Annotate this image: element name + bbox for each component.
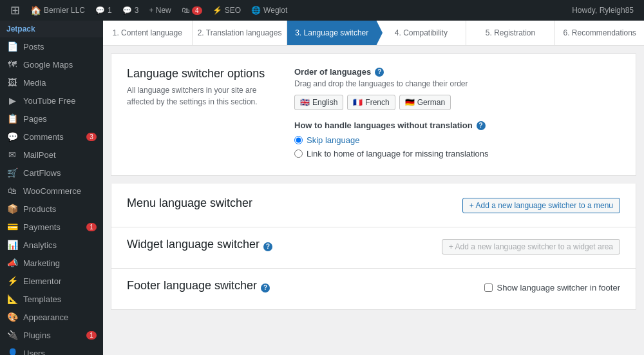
handle-languages-title: How to handle languages without translat… bbox=[294, 120, 620, 130]
weglot-item[interactable]: 🌐 Weglot bbox=[246, 0, 292, 21]
seo-item[interactable]: ⚡ SEO bbox=[207, 0, 246, 21]
skip-language-label[interactable]: Skip language bbox=[307, 135, 359, 145]
add-widget-switcher-button: + Add a new language switcher to a widge… bbox=[442, 239, 620, 254]
step-compatibility[interactable]: 4. Compatibility bbox=[377, 21, 466, 45]
payments-icon: 💳 bbox=[6, 222, 18, 232]
wizard-steps: 1. Content language 2. Translation langu… bbox=[103, 21, 644, 46]
order-languages-title: Order of languages ? bbox=[294, 67, 620, 77]
link-home-label[interactable]: Link to home of language for missing tra… bbox=[307, 149, 489, 158]
sidebar-item-label-google-maps: Google Maps bbox=[23, 60, 97, 70]
widget-switcher-section: Widget language switcher ? + Add a new l… bbox=[111, 227, 636, 269]
sidebar-item-label-plugins: Plugins bbox=[23, 331, 81, 340]
sidebar-item-label-appearance: Appearance bbox=[23, 312, 97, 322]
sidebar-item-marketing[interactable]: 📣 Marketing bbox=[0, 254, 103, 272]
sidebar-item-label-woocommerce: WooCommerce bbox=[23, 186, 97, 196]
products-icon: 📦 bbox=[6, 204, 18, 214]
sidebar-item-label-posts: Posts bbox=[23, 42, 97, 52]
step-registration[interactable]: 5. Registration bbox=[466, 21, 556, 45]
order-info-icon[interactable]: ? bbox=[375, 68, 384, 77]
woo-icon[interactable]: 🛍 4 bbox=[176, 0, 207, 21]
lang-german[interactable]: 🇩🇪 German bbox=[399, 95, 451, 110]
sidebar-item-elementor[interactable]: ⚡ Elementor bbox=[0, 272, 103, 290]
sidebar-item-payments[interactable]: 💳 Payments 1 bbox=[0, 218, 103, 236]
sidebar-item-label-marketing: Marketing bbox=[23, 258, 97, 268]
footer-switcher-section: Footer language switcher ? Show language… bbox=[111, 269, 636, 310]
sidebar-item-mailpoet[interactable]: ✉ MailPoet bbox=[0, 146, 103, 164]
sidebar-item-woocommerce[interactable]: 🛍 WooCommerce bbox=[0, 182, 103, 200]
sidebar-item-posts[interactable]: 📄 Posts bbox=[0, 37, 103, 55]
comments-badge: 3 bbox=[86, 133, 97, 141]
sidebar-item-youtube-free[interactable]: ▶ YouTube Free bbox=[0, 91, 103, 110]
elementor-icon: ⚡ bbox=[6, 276, 18, 286]
sidebar-item-media[interactable]: 🖼 Media bbox=[0, 73, 103, 91]
marketing-icon: 📣 bbox=[6, 258, 18, 268]
footer-switcher-title: Footer language switcher bbox=[127, 279, 257, 293]
sidebar-item-label-youtube-free: YouTube Free bbox=[23, 96, 97, 106]
sidebar-item-label-pages: Pages bbox=[23, 114, 97, 124]
templates-icon: 📐 bbox=[6, 294, 18, 304]
menu-switcher-section: Menu language switcher + Add a new langu… bbox=[111, 184, 636, 227]
sidebar-item-label-media: Media bbox=[23, 78, 97, 88]
sidebar-item-google-maps[interactable]: 🗺 Google Maps bbox=[0, 55, 103, 73]
sidebar-item-label-products: Products bbox=[23, 204, 97, 214]
sidebar-item-label-payments: Payments bbox=[23, 222, 81, 232]
lang-french[interactable]: 🇫🇷 French bbox=[347, 95, 395, 110]
wp-logo[interactable]: ⊞ bbox=[5, 0, 25, 21]
sidebar-item-comments[interactable]: 💬 Comments 3 bbox=[0, 128, 103, 146]
handle-info-icon[interactable]: ? bbox=[477, 121, 486, 130]
sidebar-item-analytics[interactable]: 📊 Analytics bbox=[0, 236, 103, 254]
new-content-button[interactable]: + New bbox=[144, 0, 176, 21]
google-maps-icon: 🗺 bbox=[6, 59, 18, 70]
users-icon: 👤 bbox=[6, 348, 18, 355]
section-title: Language switcher options bbox=[127, 67, 269, 81]
pages-icon: 📋 bbox=[6, 113, 18, 124]
step-translation-languages[interactable]: 2. Translation languages bbox=[193, 21, 288, 45]
media-icon: 🖼 bbox=[6, 77, 18, 88]
link-home-radio[interactable] bbox=[294, 149, 303, 158]
skip-language-radio[interactable] bbox=[294, 136, 303, 144]
comments-icon: 💬 bbox=[6, 131, 18, 142]
language-switcher-options-section: Language switcher options All language s… bbox=[111, 53, 636, 176]
radio-link-home: Link to home of language for missing tra… bbox=[294, 149, 620, 158]
sidebar-item-label-mailpoet: MailPoet bbox=[23, 150, 97, 160]
step-content-language[interactable]: 1. Content language bbox=[103, 21, 193, 45]
payments-badge: 1 bbox=[86, 223, 97, 231]
sidebar-item-label-cartflows: CartFlows bbox=[23, 168, 97, 178]
show-footer-label[interactable]: Show language switcher in footer bbox=[497, 283, 620, 293]
posts-icon: 📄 bbox=[6, 41, 18, 52]
sidebar-item-users[interactable]: 👤 Users bbox=[0, 344, 103, 355]
plugins-icon: 🔌 bbox=[6, 330, 18, 340]
cartflows-icon: 🛒 bbox=[6, 168, 18, 178]
radio-skip-language: Skip language bbox=[294, 135, 620, 145]
add-menu-switcher-button[interactable]: + Add a new language switcher to a menu bbox=[462, 198, 620, 213]
show-footer-checkbox[interactable] bbox=[484, 283, 493, 292]
section-description: All language switchers in your site are … bbox=[127, 84, 269, 108]
woocommerce-icon: 🛍 bbox=[6, 186, 18, 196]
plugins-badge: 1 bbox=[86, 331, 97, 340]
sidebar-item-products[interactable]: 📦 Products bbox=[0, 200, 103, 218]
youtube-free-icon: ▶ bbox=[6, 95, 18, 106]
widget-info-icon[interactable]: ? bbox=[263, 242, 272, 251]
comments-count[interactable]: 💬 3 bbox=[117, 0, 144, 21]
jetpack-menu-header: Jetpack bbox=[0, 21, 103, 37]
sidebar-item-cartflows[interactable]: 🛒 CartFlows bbox=[0, 164, 103, 182]
appearance-icon: 🎨 bbox=[6, 312, 18, 322]
sidebar-item-templates[interactable]: 📐 Templates bbox=[0, 290, 103, 308]
footer-checkbox-row: Show language switcher in footer bbox=[484, 283, 620, 293]
user-greeting[interactable]: Howdy, Ryleigh85 bbox=[567, 0, 639, 21]
sidebar-item-label-users: Users bbox=[23, 349, 97, 356]
admin-comment-icon[interactable]: 💬 1 bbox=[90, 0, 117, 21]
footer-info-icon[interactable]: ? bbox=[261, 283, 270, 293]
analytics-icon: 📊 bbox=[6, 240, 18, 250]
sidebar-item-label-analytics: Analytics bbox=[23, 240, 97, 250]
sidebar-item-pages[interactable]: 📋 Pages bbox=[0, 110, 103, 128]
menu-switcher-title: Menu language switcher bbox=[127, 197, 252, 210]
step-recommendations[interactable]: 6. Recommendations bbox=[555, 21, 644, 45]
site-name[interactable]: 🏠 Bernier LLC bbox=[25, 0, 90, 21]
sidebar-item-appearance[interactable]: 🎨 Appearance bbox=[0, 308, 103, 326]
sidebar-item-label-templates: Templates bbox=[23, 294, 97, 304]
sidebar-item-plugins[interactable]: 🔌 Plugins 1 bbox=[0, 326, 103, 344]
order-description: Drag and drop the languages to change th… bbox=[294, 79, 620, 88]
lang-english[interactable]: 🇬🇧 English bbox=[294, 95, 343, 110]
step-language-switcher[interactable]: 3. Language switcher bbox=[287, 21, 377, 45]
